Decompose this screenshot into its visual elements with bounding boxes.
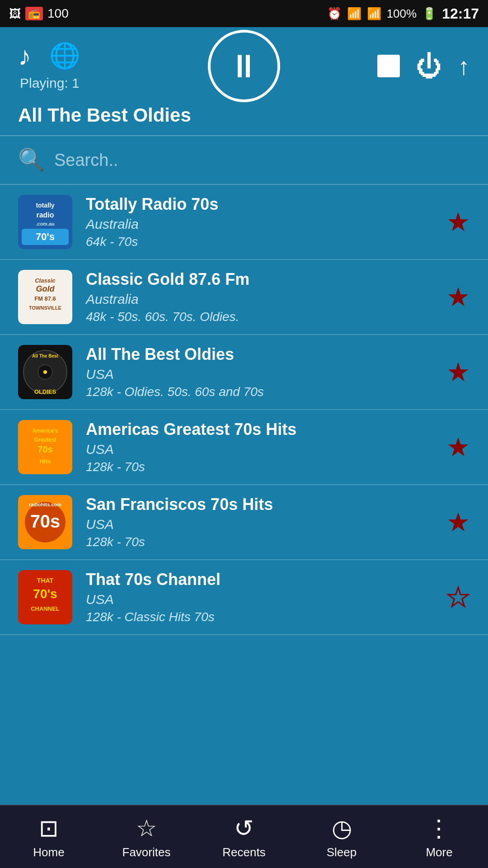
station-meta: 48k - 50s. 60s. 70s. Oldies. (86, 310, 433, 324)
station-favorite-star[interactable]: ★ (446, 507, 470, 538)
sleep-label: Sleep (327, 845, 357, 859)
station-title-bar: All The Best Oldies (0, 100, 488, 135)
station-country: Australia (86, 217, 433, 232)
station-item[interactable]: Classic Gold FM 87.6 TOWNSVILLE Classic … (0, 260, 488, 335)
svg-text:70's: 70's (33, 587, 57, 601)
station-meta: 128k - 70s (86, 460, 433, 474)
station-country: USA (86, 517, 433, 532)
station-list: totally radio .com.au 70's Totally Radio… (0, 185, 488, 805)
share-icon[interactable]: ↑ (458, 52, 470, 80)
station-item[interactable]: 70s radiohits.com San Franciscos 70s Hit… (0, 485, 488, 560)
svg-text:THAT: THAT (37, 577, 54, 584)
status-bar: 🖼 📻 100 ⏰ 📶 📶 100% 🔋 12:17 (0, 0, 488, 27)
station-info: All The Best Oldies USA 128k - Oldies. 5… (86, 345, 433, 399)
station-info: Americas Greatest 70s Hits USA 128k - 70… (86, 420, 433, 474)
battery-icon: 🔋 (422, 7, 436, 21)
photo-icon: 🖼 (9, 7, 21, 21)
more-label: More (426, 845, 452, 859)
recents-icon: ↺ (234, 815, 254, 842)
svg-text:Hits: Hits (40, 458, 51, 465)
bottom-nav: ⊡ Home ☆ Favorites ↺ Recents ◷ Sleep ⋮ M… (0, 805, 488, 868)
station-country: USA (86, 442, 433, 457)
search-input[interactable] (54, 151, 470, 170)
status-bar-left: 🖼 📻 100 (9, 6, 69, 21)
nav-item-recents[interactable]: ↺ Recents (195, 815, 293, 859)
station-meta: 64k - 70s (86, 235, 433, 249)
player-controls-left: ♪ 🌐 Playing: 1 (18, 41, 80, 91)
svg-text:Greatest: Greatest (34, 437, 56, 443)
content-area: ♪ 🌐 Playing: 1 ⏸ ⏻ ↑ All The Best Oldies… (0, 27, 488, 805)
station-item[interactable]: All The Best OLDIES All The Best Oldies … (0, 335, 488, 410)
station-name: San Franciscos 70s Hits (86, 495, 433, 514)
time-display: 12:17 (442, 5, 479, 22)
status-bar-right: ⏰ 📶 📶 100% 🔋 12:17 (327, 5, 479, 22)
station-country: USA (86, 592, 433, 607)
nav-item-home[interactable]: ⊡ Home (0, 815, 98, 859)
player-controls-right: ⏻ ↑ (377, 51, 470, 81)
svg-text:CHANNEL: CHANNEL (31, 605, 60, 612)
home-icon: ⊡ (39, 815, 59, 842)
station-item[interactable]: THAT 70's CHANNEL That 70s Channel USA 1… (0, 560, 488, 635)
station-name: All The Best Oldies (86, 345, 433, 364)
nav-item-favorites[interactable]: ☆ Favorites (98, 815, 195, 859)
wifi-icon: 📶 (347, 7, 361, 21)
svg-text:70's: 70's (36, 231, 55, 242)
search-icon: 🔍 (18, 147, 45, 173)
current-station-title: All The Best Oldies (18, 104, 470, 126)
nav-item-more[interactable]: ⋮ More (390, 815, 488, 859)
svg-text:TOWNSVILLE: TOWNSVILLE (29, 305, 61, 311)
power-icon[interactable]: ⏻ (416, 51, 442, 81)
svg-text:.com.au: .com.au (36, 221, 55, 226)
svg-text:OLDIES: OLDIES (34, 388, 56, 395)
station-favorite-star[interactable]: ★ (446, 282, 470, 312)
station-favorite-star[interactable]: ★ (446, 582, 470, 613)
station-item[interactable]: totally radio .com.au 70's Totally Radio… (0, 185, 488, 260)
playing-label: Playing: 1 (20, 75, 80, 91)
favorites-icon: ☆ (136, 815, 157, 842)
svg-text:70s: 70s (38, 444, 52, 454)
station-logo-4: America's Greatest 70s Hits (18, 420, 72, 474)
player-header: ♪ 🌐 Playing: 1 ⏸ ⏻ ↑ (0, 27, 488, 100)
svg-point-14 (43, 370, 47, 374)
station-name: Totally Radio 70s (86, 195, 433, 214)
svg-text:America's: America's (33, 428, 58, 434)
home-label: Home (33, 845, 64, 859)
station-favorite-star[interactable]: ★ (446, 432, 470, 462)
station-name: That 70s Channel (86, 570, 433, 589)
station-info: That 70s Channel USA 128k - Classic Hits… (86, 570, 433, 624)
station-info: San Franciscos 70s Hits USA 128k - 70s (86, 495, 433, 549)
alarm-icon: ⏰ (327, 7, 342, 21)
station-name: Classic Gold 87.6 Fm (86, 270, 433, 289)
station-logo-2: Classic Gold FM 87.6 TOWNSVILLE (18, 270, 72, 324)
nav-item-sleep[interactable]: ◷ Sleep (293, 815, 390, 859)
svg-text:FM 87.6: FM 87.6 (34, 295, 56, 302)
svg-text:Classic: Classic (35, 277, 56, 284)
station-favorite-star[interactable]: ★ (446, 357, 470, 387)
battery-label: 100% (387, 7, 417, 21)
sleep-icon: ◷ (332, 815, 352, 842)
station-item[interactable]: America's Greatest 70s Hits Americas Gre… (0, 410, 488, 485)
svg-text:All The Best: All The Best (32, 354, 58, 359)
station-info: Classic Gold 87.6 Fm Australia 48k - 50s… (86, 270, 433, 324)
stop-icon[interactable] (377, 55, 400, 77)
svg-text:Gold: Gold (36, 284, 55, 293)
station-logo-1: totally radio .com.au 70's (18, 195, 72, 249)
recents-label: Recents (222, 845, 265, 859)
svg-text:radio: radio (36, 211, 54, 219)
globe-icon[interactable]: 🌐 (49, 41, 80, 71)
station-country: Australia (86, 292, 433, 307)
svg-text:radiohits.com: radiohits.com (29, 502, 61, 507)
station-logo-6: THAT 70's CHANNEL (18, 570, 72, 624)
more-icon: ⋮ (427, 815, 451, 842)
station-logo-3: All The Best OLDIES (18, 345, 72, 399)
svg-text:totally: totally (36, 202, 54, 209)
station-meta: 128k - Classic Hits 70s (86, 610, 433, 624)
favorites-label: Favorites (122, 845, 171, 859)
station-meta: 128k - 70s (86, 535, 433, 549)
station-favorite-star[interactable]: ★ (446, 207, 470, 237)
signal-bars-icon: 📶 (367, 7, 381, 21)
music-note-icon[interactable]: ♪ (18, 41, 31, 71)
pause-button[interactable]: ⏸ (208, 30, 280, 102)
pause-icon: ⏸ (228, 50, 260, 82)
svg-text:70s: 70s (30, 511, 61, 531)
